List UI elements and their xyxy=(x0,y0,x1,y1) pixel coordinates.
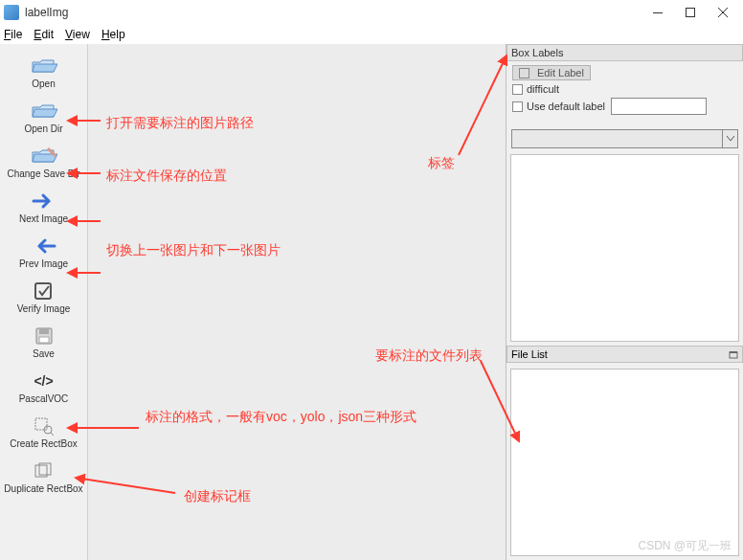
label-combobox[interactable] xyxy=(511,129,738,148)
svg-rect-0 xyxy=(653,12,663,13)
verify-image-button[interactable]: Verify Image xyxy=(4,277,84,318)
svg-rect-1 xyxy=(687,9,695,17)
code-icon: </> xyxy=(31,370,57,392)
prev-image-label: Prev Image xyxy=(19,258,68,269)
change-save-dir-button[interactable]: Change Save Dir xyxy=(4,142,84,183)
menu-file[interactable]: File xyxy=(4,28,22,41)
window-title: labelImg xyxy=(25,6,642,19)
maximize-button[interactable] xyxy=(674,2,707,23)
svg-rect-8 xyxy=(35,418,47,430)
menu-view[interactable]: View xyxy=(65,28,90,41)
menubar: File Edit View Help xyxy=(0,25,743,44)
verify-image-label: Verify Image xyxy=(17,303,71,314)
open-dir-label: Open Dir xyxy=(24,123,62,134)
next-image-button[interactable]: Next Image xyxy=(4,187,84,228)
folder-open-icon xyxy=(31,56,57,77)
next-image-label: Next Image xyxy=(19,213,68,224)
save-label: Save xyxy=(33,348,55,359)
labels-list[interactable] xyxy=(510,154,739,342)
file-list[interactable] xyxy=(510,369,739,556)
titlebar: labelImg xyxy=(0,0,743,25)
checkbox-icon xyxy=(31,280,57,302)
duplicate-rectbox-label: Duplicate RectBox xyxy=(4,483,82,494)
difficult-checkbox[interactable] xyxy=(512,84,523,95)
close-button[interactable] xyxy=(707,2,739,23)
prev-image-button[interactable]: Prev Image xyxy=(4,232,84,273)
arrow-right-icon xyxy=(31,190,57,212)
file-list-title-text: File List xyxy=(511,348,548,360)
chevron-down-icon xyxy=(722,130,737,147)
box-labels-header: Box Labels xyxy=(507,44,743,61)
edit-label-text: Edit Label xyxy=(537,67,584,78)
main-area: Open Open Dir Change Save Dir Next Image… xyxy=(0,44,743,560)
edit-label-button[interactable]: Edit Label xyxy=(512,65,591,80)
edit-label-checkbox-icon xyxy=(519,68,529,78)
save-button[interactable]: Save xyxy=(4,322,84,363)
create-rectbox-label: Create RectBox xyxy=(10,438,78,449)
format-label: PascalVOC xyxy=(19,393,69,404)
arrow-left-icon xyxy=(31,235,57,257)
menu-edit[interactable]: Edit xyxy=(34,28,54,41)
canvas-area[interactable] xyxy=(88,44,507,560)
folder-pencil-icon xyxy=(31,146,57,167)
format-toggle-button[interactable]: </> PascalVOC xyxy=(4,367,84,408)
open-button[interactable]: Open xyxy=(4,52,84,93)
svg-rect-4 xyxy=(35,283,51,299)
file-list-dock-icon[interactable] xyxy=(729,349,738,359)
svg-rect-7 xyxy=(39,337,49,343)
difficult-label: difficult xyxy=(527,83,559,95)
watermark: CSDN @可见一班 xyxy=(638,538,732,554)
open-label: Open xyxy=(32,78,55,89)
rect-search-icon xyxy=(31,415,57,437)
create-rectbox-button[interactable]: Create RectBox xyxy=(4,412,84,453)
svg-line-10 xyxy=(51,433,54,436)
default-label-text: Use default label xyxy=(527,101,605,112)
folder-icon xyxy=(31,101,57,122)
left-toolbar: Open Open Dir Change Save Dir Next Image… xyxy=(0,44,88,560)
floppy-disk-icon xyxy=(31,325,57,347)
minimize-button[interactable] xyxy=(642,2,674,23)
right-panel: Box Labels Edit Label difficult Use defa… xyxy=(507,44,743,560)
svg-rect-6 xyxy=(39,328,49,334)
menu-help[interactable]: Help xyxy=(101,28,125,41)
duplicate-rectbox-button[interactable]: Duplicate RectBox xyxy=(4,457,84,498)
duplicate-icon xyxy=(31,460,57,482)
file-list-header: File List xyxy=(507,346,743,363)
change-save-dir-label: Change Save Dir xyxy=(7,168,79,179)
default-label-checkbox[interactable] xyxy=(512,101,523,112)
open-dir-button[interactable]: Open Dir xyxy=(4,97,84,138)
default-label-input[interactable] xyxy=(611,98,707,115)
app-icon xyxy=(4,5,19,20)
